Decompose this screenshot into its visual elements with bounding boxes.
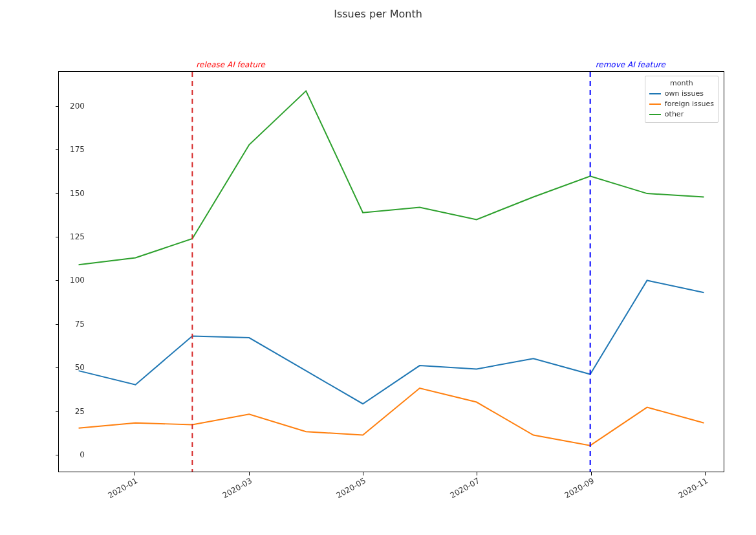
xtick-label: 2020-03 xyxy=(221,476,253,500)
xtick-mark xyxy=(477,472,477,475)
series-line xyxy=(79,91,704,265)
legend: month own issuesforeign issuesother xyxy=(645,76,718,123)
legend-label: own issues xyxy=(665,89,704,99)
plot-area: month own issuesforeign issuesother rele… xyxy=(58,71,724,472)
legend-label: foreign issues xyxy=(665,99,714,109)
annotation-label: release AI feature xyxy=(196,60,265,69)
xtick-mark xyxy=(363,472,363,475)
legend-row: foreign issues xyxy=(649,99,714,109)
legend-row: own issues xyxy=(649,89,714,99)
annotation-label: remove AI feature xyxy=(596,60,665,69)
xtick-label: 2020-05 xyxy=(334,476,367,500)
xtick-label: 2020-11 xyxy=(677,476,709,500)
chart-title: Issues per Month xyxy=(0,8,756,20)
chart-figure: Issues per Month 0255075100125150175200 … xyxy=(0,0,756,535)
xtick-label: 2020-01 xyxy=(107,476,139,500)
xtick-label: 2020-09 xyxy=(563,476,595,500)
xtick-mark xyxy=(249,472,250,475)
legend-row: other xyxy=(649,109,714,120)
line-layer xyxy=(59,72,724,472)
xtick-mark xyxy=(591,472,592,475)
legend-swatch xyxy=(649,104,661,105)
legend-title: month xyxy=(649,79,714,87)
xtick-label: 2020-07 xyxy=(449,476,481,500)
legend-swatch xyxy=(649,114,661,115)
legend-swatch xyxy=(649,93,661,94)
series-line xyxy=(79,280,704,404)
series-line xyxy=(79,388,704,446)
xtick-mark xyxy=(135,472,135,475)
xtick-mark xyxy=(705,472,706,475)
legend-label: other xyxy=(665,109,684,120)
